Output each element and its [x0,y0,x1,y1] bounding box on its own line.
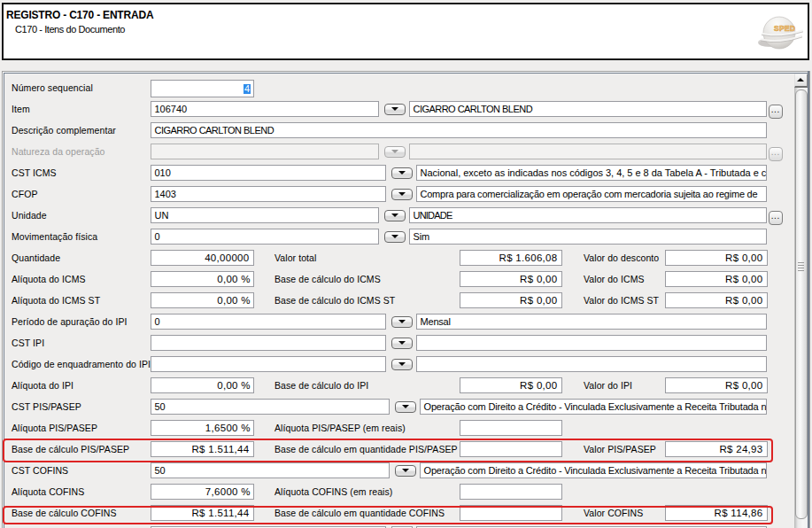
svg-text:SPED: SPED [774,24,795,33]
